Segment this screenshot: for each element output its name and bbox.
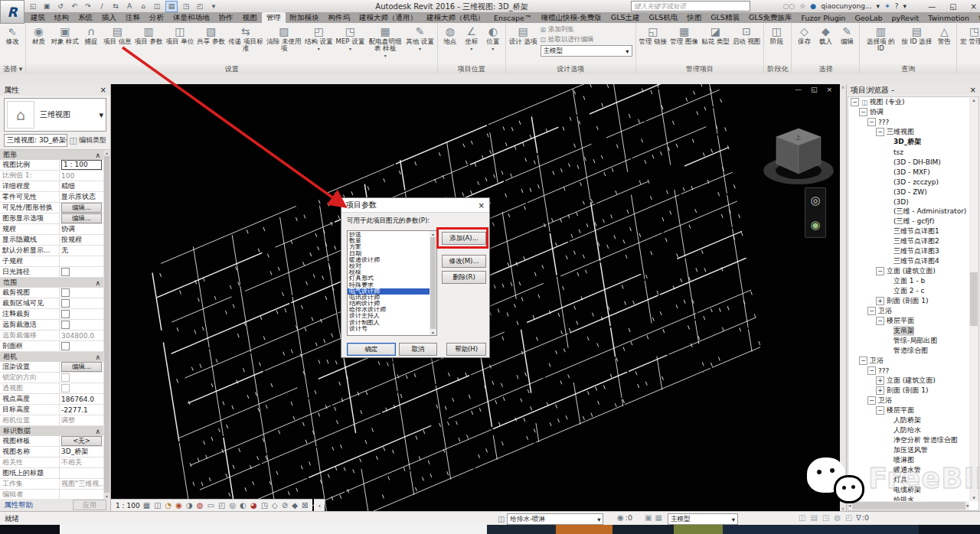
ribbon-tab-9[interactable]: 视图 <box>238 12 262 23</box>
temporary-view-properties-icon[interactable]: ◳ <box>261 500 268 512</box>
design-option-add-icon[interactable]: ▦ <box>655 513 662 522</box>
project-browser-close-icon[interactable]: × <box>970 86 976 94</box>
ribbon-tab-4[interactable]: 插入 <box>97 12 121 23</box>
property-value[interactable]: <无> <box>60 436 103 446</box>
tree-item[interactable]: −楼层平面 <box>848 316 969 326</box>
tree-item[interactable]: (3D - ZW) <box>848 187 969 197</box>
tree-item[interactable]: 电缆桥架 <box>848 485 969 495</box>
text-icon[interactable]: A <box>124 2 135 11</box>
close-button[interactable]: × <box>971 2 977 11</box>
shadows-icon[interactable]: ◑ <box>186 500 193 512</box>
tree-item[interactable]: 管道综合图 <box>848 346 969 356</box>
windows-taskbar[interactable] <box>0 525 980 534</box>
ribbon-tab-22[interactable]: Fuzor Plugin <box>797 12 851 23</box>
property-value[interactable]: 编辑... <box>60 362 103 372</box>
scale-icon[interactable]: ▦ <box>143 500 150 512</box>
browser-vscrollbar[interactable]: ▴▾ <box>969 97 978 501</box>
taskbar-segment-4[interactable] <box>556 525 612 534</box>
measure-icon[interactable]: ∕ <box>96 2 107 11</box>
apply-button[interactable]: 应用 <box>73 500 106 510</box>
project-information-button[interactable]: ▤项目 信息 <box>102 24 133 46</box>
remove-button[interactable]: 删除(R) <box>442 271 486 284</box>
tree-item[interactable]: 立面 2 - c <box>848 286 969 296</box>
modify-button[interactable]: ⇖修改 <box>2 24 23 46</box>
edit-button[interactable]: 编辑... <box>61 362 102 372</box>
checkbox[interactable] <box>61 288 70 297</box>
edit-button[interactable]: 编辑... <box>61 213 102 223</box>
property-value[interactable] <box>60 373 103 382</box>
signed-in-user[interactable]: qiaocunyong... <box>821 2 871 10</box>
ribbon-tab-3[interactable]: 系统 <box>74 12 97 23</box>
element-selector-dropdown-icon[interactable]: ▾ <box>66 137 67 145</box>
save-icon[interactable]: ▣ <box>41 2 52 11</box>
collapse-box-icon[interactable]: − <box>859 357 867 365</box>
ribbon-tab-19[interactable]: 快图 <box>682 12 706 23</box>
search-icon[interactable]: ◌◌ <box>783 2 795 10</box>
selection-save-button[interactable]: ◇保存 <box>793 24 815 46</box>
ribbon-tab-7[interactable]: 体量和场地 <box>168 12 214 23</box>
pick-to-edit-button[interactable]: ⊡拾取以进行编辑 <box>541 35 632 44</box>
structural-settings-button[interactable]: ◰结构 设置▾ <box>303 24 335 53</box>
coordinates-button[interactable]: ∠坐标▾ <box>461 24 482 53</box>
canvas-vertical-scrollbar[interactable]: ∧ ∨ <box>840 84 846 511</box>
active-design-option-select[interactable]: 主模型▾ <box>668 513 738 525</box>
property-section-图形[interactable]: 图形∧ <box>0 150 103 160</box>
tree-item[interactable]: 3D_桥架 <box>848 137 969 147</box>
tree-item[interactable]: +剖面 (剖面 1) <box>848 296 969 306</box>
tree-item[interactable]: 暖通水管 <box>848 465 969 475</box>
property-value[interactable] <box>60 288 103 297</box>
tree-item[interactable]: 三维节点详图3 <box>848 246 969 256</box>
shared-parameters-button[interactable]: ▧共享 参数 <box>195 24 227 46</box>
tree-item[interactable]: 灯具 <box>848 475 969 485</box>
view-scale-label[interactable]: 1 : 100 <box>116 502 140 510</box>
tree-item[interactable]: −◫视图 (专业) <box>848 97 969 107</box>
phases-button[interactable]: ◫阶段 <box>766 24 787 46</box>
property-value[interactable] <box>60 268 103 276</box>
starting-view-button[interactable]: ⊡启动 视图 <box>731 24 763 46</box>
taskbar-segment-7[interactable] <box>723 525 919 534</box>
collapse-box-icon[interactable]: − <box>867 396 876 405</box>
collapse-box-icon[interactable]: − <box>851 98 859 106</box>
tree-item[interactable]: (3D - zcczyp) <box>848 177 969 187</box>
parameter-item[interactable]: 给排水设计师 <box>348 307 430 313</box>
parameter-item[interactable]: 电讯设计师 <box>348 295 430 301</box>
modify-button[interactable]: 修改(M)... <box>442 255 486 268</box>
manage-links-button[interactable]: ◱管理 链接 <box>638 24 669 46</box>
tree-item[interactable]: −楼层平面 <box>848 405 969 415</box>
collapse-box-icon[interactable]: − <box>876 128 884 136</box>
taskbar-segment-2[interactable] <box>60 525 487 534</box>
parameter-item[interactable]: 抄送 <box>348 232 430 238</box>
property-value[interactable]: 按规程 <box>60 235 103 245</box>
ribbon-tab-14[interactable]: 建模大师（机电） <box>422 12 489 23</box>
property-value[interactable]: 调整 <box>60 415 103 425</box>
decal-types-button[interactable]: ◪贴花 类型 <box>700 24 731 46</box>
property-value[interactable]: 不相关 <box>60 457 103 467</box>
panel-schedule-templates-button[interactable]: ▦配电盘明细表 样板▾ <box>366 24 404 60</box>
aligned-dimension-icon[interactable]: ⇆ <box>110 2 121 11</box>
ribbon-tab-16[interactable]: 橄榄山快模-免费版 <box>536 12 606 23</box>
collapse-box-icon[interactable]: − <box>859 108 867 116</box>
mep-settings-button[interactable]: ◳MEP 设置▾ <box>335 24 367 53</box>
checkbox[interactable] <box>61 342 70 350</box>
property-value[interactable]: -2277.1 <box>60 406 103 414</box>
ribbon-tab-6[interactable]: 分析 <box>145 12 168 23</box>
tree-item[interactable]: (三维 - gcfjf) <box>848 217 969 226</box>
help-icon[interactable]: ? <box>895 2 899 10</box>
tree-item[interactable]: 三维节点详图2 <box>848 236 969 246</box>
parameter-item[interactable]: 数量 <box>348 238 430 244</box>
property-value[interactable] <box>60 310 103 318</box>
macro-manager-button[interactable]: ◳宏 管理器 <box>959 24 980 46</box>
tree-item[interactable]: (3D - DH-BIM) <box>848 157 969 167</box>
tree-item[interactable]: 三维节点详图4 <box>848 256 969 266</box>
ribbon-tab-18[interactable]: GLS机电 <box>645 12 683 23</box>
communication-center-icon[interactable]: ☆ <box>799 2 805 10</box>
parameter-item[interactable]: 设计号 <box>348 326 430 332</box>
property-value[interactable]: 无 <box>60 246 103 256</box>
collapse-box-icon[interactable]: − <box>876 317 884 325</box>
restore-button[interactable]: ◱ <box>949 2 956 11</box>
switch-windows-icon[interactable]: ◰ <box>194 2 205 11</box>
property-value[interactable] <box>60 384 103 392</box>
editable-only-icon[interactable]: ▤ <box>810 513 817 522</box>
select-by-id-button[interactable]: ▤按 ID 选择 <box>900 24 933 46</box>
property-value[interactable] <box>60 342 103 350</box>
